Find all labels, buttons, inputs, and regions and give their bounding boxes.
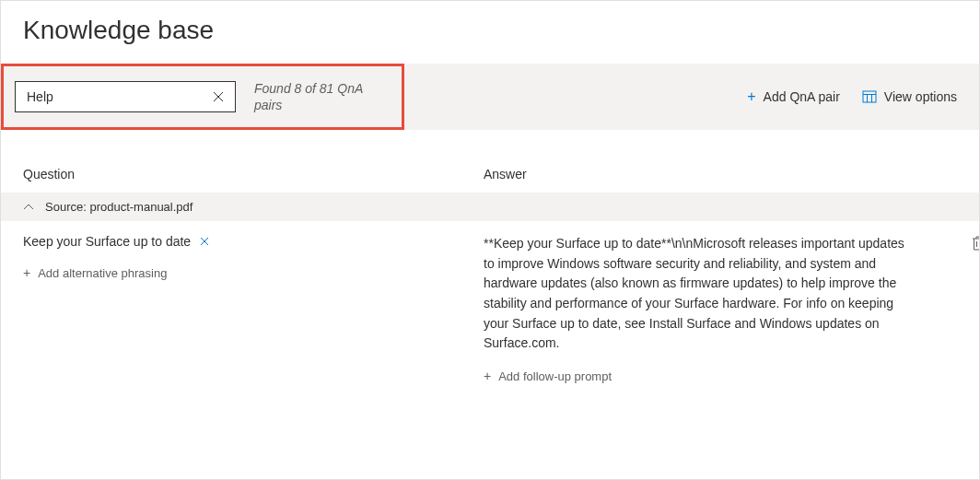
answer-column-header: Answer: [484, 167, 957, 181]
search-result-count: Found 8 of 81 QnA pairs: [254, 80, 383, 113]
question-column-header: Question: [23, 167, 484, 181]
source-label: Source: product-manual.pdf: [45, 200, 192, 214]
view-options-icon: [862, 89, 877, 104]
add-alternative-phrasing-button[interactable]: + Add alternative phrasing: [23, 262, 167, 284]
question-text[interactable]: Keep your Surface up to date: [23, 234, 191, 249]
trash-icon: [972, 236, 980, 251]
search-highlight-area: Found 8 of 81 QnA pairs: [1, 64, 404, 130]
remove-question-button[interactable]: [200, 237, 209, 246]
svg-rect-0: [863, 91, 876, 102]
chevron-up-icon: [23, 204, 34, 211]
add-phrasing-label: Add alternative phrasing: [38, 266, 167, 280]
add-qna-label: Add QnA pair: [764, 89, 840, 104]
source-row[interactable]: Source: product-manual.pdf: [1, 193, 979, 221]
delete-qna-button[interactable]: [970, 234, 980, 252]
search-input[interactable]: [27, 89, 209, 104]
answer-cell: **Keep your Surface up to date**\n\nMicr…: [484, 234, 957, 387]
columns-header: Question Answer: [1, 130, 979, 193]
add-qna-button[interactable]: + Add QnA pair: [736, 81, 851, 112]
close-icon: [200, 237, 209, 246]
search-field-wrap[interactable]: [15, 81, 236, 112]
plus-icon: +: [484, 369, 491, 383]
add-followup-button[interactable]: + Add follow-up prompt: [484, 365, 612, 387]
question-cell: Keep your Surface up to date + Add alter…: [23, 234, 484, 284]
view-options-label: View options: [884, 89, 957, 104]
view-options-button[interactable]: View options: [851, 82, 968, 111]
close-icon: [213, 91, 224, 102]
add-followup-label: Add follow-up prompt: [498, 369, 612, 383]
plus-icon: +: [23, 265, 30, 280]
plus-icon: +: [747, 88, 755, 105]
question-item: Keep your Surface up to date: [23, 234, 447, 249]
qna-row: Keep your Surface up to date + Add alter…: [1, 221, 979, 387]
answer-text[interactable]: **Keep your Surface up to date**\n\nMicr…: [484, 234, 911, 354]
page-title: Knowledge base: [1, 1, 979, 64]
toolbar: Found 8 of 81 QnA pairs + Add QnA pair V…: [1, 64, 979, 130]
clear-search-button[interactable]: [209, 88, 228, 106]
